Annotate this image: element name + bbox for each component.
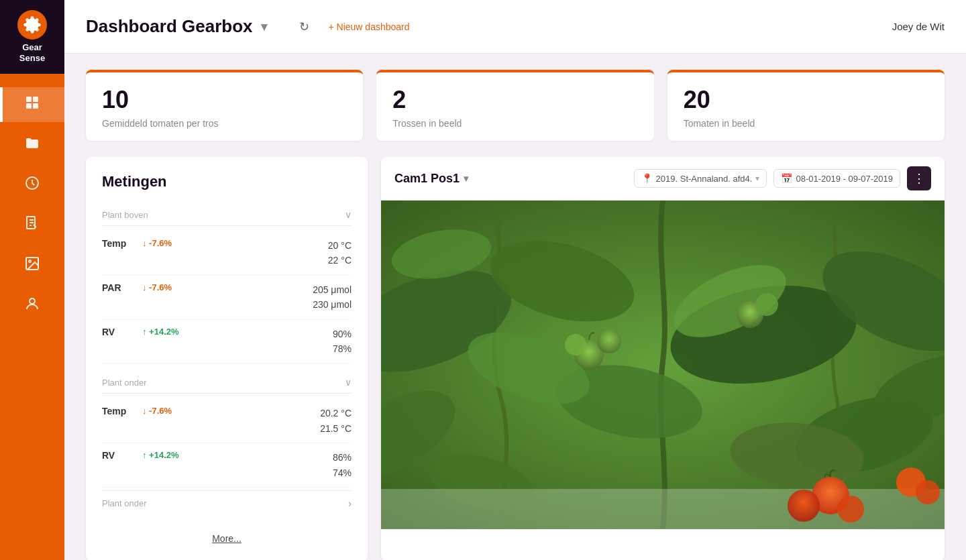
svg-rect-0 [26,97,32,102]
more-link[interactable]: More... [102,527,352,545]
measurement-rv-boven: RV ↑ +14.2% 90% 78% [102,320,352,364]
measurement-rv-onder: RV ↑ +14.2% 86% 74% [102,443,352,488]
stat-card-trusses: 2 Trossen in beeld [376,70,653,141]
measurement-values: 205 μmol 230 μmol [313,282,352,313]
location-chevron-icon: ▾ [755,174,759,183]
measurement-change: ↓ -7.6% [142,406,189,416]
stat-number: 10 [102,86,347,114]
bottom-row: Metingen Plant boven ∨ Temp ↓ -7.6% 20 °… [86,157,945,560]
stat-card-avg-tomatoes: 10 Gemiddeld tomaten per tros [86,70,363,141]
plant-background [381,201,945,529]
measurement-change: ↓ -7.6% [142,238,189,248]
svg-rect-1 [33,97,38,102]
logo-gear-icon [17,10,47,40]
sidebar-item-images[interactable] [0,248,64,283]
plant-onder-label: Plant onder [102,378,147,388]
sidebar-item-dashboard[interactable] [0,87,64,122]
cam-chevron-icon: ▾ [464,173,468,184]
dashboard-icon [24,95,40,115]
logo-text: GearSense [19,42,45,63]
history-icon [24,175,40,195]
sidebar: GearSense [0,0,64,560]
camera-menu-button[interactable]: ⋮ [907,166,931,190]
calendar-icon: 📅 [781,173,792,184]
stat-label: Trossen in beeld [392,118,637,129]
title-chevron-icon[interactable]: ▾ [261,19,267,34]
stat-label: Tomaten in beeld [684,118,928,129]
plant-onder-nav-label: Plant onder [102,498,147,508]
location-pin-icon: 📍 [641,173,653,184]
sidebar-item-reports[interactable] [0,208,64,243]
page-title: Dashboard Gearbox ▾ [86,16,267,37]
plant-boven-header[interactable]: Plant boven ∨ [102,204,352,226]
measurement-label: Temp [102,406,142,416]
refresh-button[interactable]: ↻ [294,16,315,38]
measurement-change: ↓ -7.6% [142,282,189,292]
svg-point-11 [30,298,35,304]
measurement-label: RV [102,450,142,461]
measurement-values: 20.2 °C 21.5 °C [320,406,352,436]
user-name: Joey de Wit [892,21,945,32]
sidebar-nav [0,74,64,323]
plant-onder-navigate[interactable]: Plant onder › [102,490,352,516]
metingen-title: Metingen [102,173,352,190]
plant-boven-chevron: ∨ [345,209,352,220]
title-text: Dashboard Gearbox [86,16,253,37]
measurement-values: 20 °C 22 °C [328,238,352,268]
header-actions: ↻ + Nieuw dashboard [294,16,410,38]
location-text: 2019. St-Annaland. afd4. [656,174,753,184]
measurement-label: RV [102,327,142,337]
measurement-values: 86% 74% [333,450,352,480]
sidebar-item-history[interactable] [0,168,64,203]
measurement-values: 90% 78% [333,327,352,357]
stats-row: 10 Gemiddeld tomaten per tros 2 Trossen … [86,70,945,141]
stat-number: 20 [684,86,928,114]
cam-title-text: Cam1 Pos1 [394,172,460,186]
new-dashboard-button[interactable]: + Nieuw dashboard [329,21,410,32]
cam-controls: 📍 2019. St-Annaland. afd4. ▾ 📅 08-01-201… [634,166,931,190]
images-icon [24,256,40,276]
sidebar-item-folder[interactable] [0,127,64,162]
menu-dots-icon: ⋮ [913,171,926,186]
camera-header: Cam1 Pos1 ▾ 📍 2019. St-Annaland. afd4. ▾… [381,157,945,201]
measurement-label: Temp [102,238,142,249]
svg-rect-37 [381,201,945,529]
svg-point-10 [29,260,31,262]
cam-title[interactable]: Cam1 Pos1 ▾ [394,172,468,186]
measurement-temp-boven: Temp ↓ -7.6% 20 °C 22 °C [102,231,352,276]
user-icon [24,296,40,316]
sidebar-item-user[interactable] [0,288,64,323]
reports-icon [24,215,40,235]
stat-number: 2 [392,86,637,114]
measurement-change: ↑ +14.2% [142,450,189,460]
camera-card: Cam1 Pos1 ▾ 📍 2019. St-Annaland. afd4. ▾… [381,157,945,560]
plant-boven-label: Plant boven [102,210,148,220]
metingen-card: Metingen Plant boven ∨ Temp ↓ -7.6% 20 °… [86,157,368,560]
location-badge[interactable]: 📍 2019. St-Annaland. afd4. ▾ [634,169,767,188]
date-range-text: 08-01-2019 - 09-07-2019 [796,174,893,184]
stat-label: Gemiddeld tomaten per tros [102,118,347,129]
content-area: 10 Gemiddeld tomaten per tros 2 Trossen … [64,54,966,560]
svg-rect-3 [33,103,38,109]
camera-image [381,201,945,529]
plant-onder-nav-chevron: › [348,498,352,510]
measurement-change: ↑ +14.2% [142,327,189,337]
more-anchor[interactable]: More... [212,533,241,544]
logo: GearSense [0,0,64,74]
measurement-label: PAR [102,282,142,293]
main-content: Dashboard Gearbox ▾ ↻ + Nieuw dashboard … [64,0,966,560]
svg-rect-2 [26,103,32,109]
plant-onder-chevron: ∨ [345,377,352,388]
measurement-temp-onder: Temp ↓ -7.6% 20.2 °C 21.5 °C [102,399,352,443]
measurement-par: PAR ↓ -7.6% 205 μmol 230 μmol [102,276,352,320]
date-badge[interactable]: 📅 08-01-2019 - 09-07-2019 [773,169,900,188]
plant-onder-header[interactable]: Plant onder ∨ [102,372,352,394]
stat-card-tomatoes: 20 Tomaten in beeld [667,70,945,141]
folder-icon [24,135,40,155]
header: Dashboard Gearbox ▾ ↻ + Nieuw dashboard … [64,0,966,54]
